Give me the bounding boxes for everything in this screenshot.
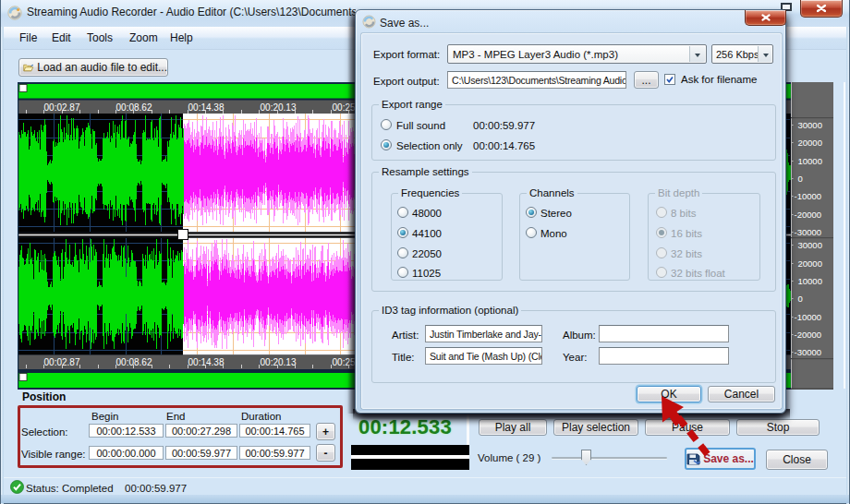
svg-text:00:20.13: 00:20.13: [261, 357, 297, 367]
svg-text:00:14.38: 00:14.38: [188, 102, 225, 113]
svg-text:00:08.62: 00:08.62: [116, 102, 152, 113]
svg-text:10000: 10000: [798, 156, 822, 166]
svg-text:0: 0: [798, 174, 803, 184]
svg-text:20000: 20000: [798, 258, 822, 269]
svg-text:-20000: -20000: [795, 210, 822, 220]
svg-text:00:08.62: 00:08.62: [116, 357, 152, 367]
svg-text:00:20.13: 00:20.13: [261, 102, 297, 113]
svg-text:-10000: -10000: [795, 191, 822, 201]
svg-text:-30000: -30000: [795, 347, 822, 357]
svg-text:-30000: -30000: [795, 227, 822, 237]
svg-text:0: 0: [798, 294, 803, 304]
svg-text:-20000: -20000: [795, 330, 822, 340]
svg-text:10000: 10000: [798, 276, 822, 286]
svg-text:00:14.38: 00:14.38: [188, 357, 225, 367]
svg-text:20000: 20000: [798, 138, 822, 148]
svg-text:30000: 30000: [798, 120, 822, 130]
svg-text:-10000: -10000: [795, 312, 822, 322]
svg-text:30000: 30000: [798, 240, 822, 250]
